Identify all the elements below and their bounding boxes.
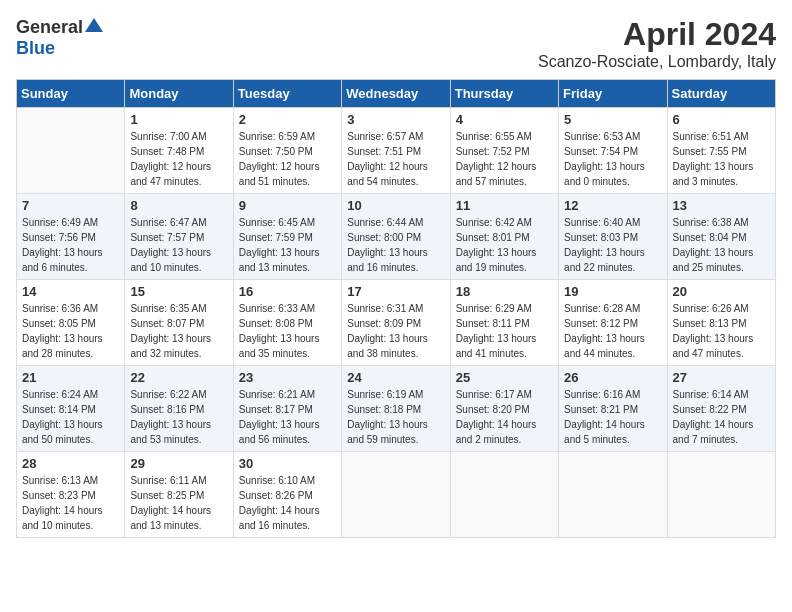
day-detail: Sunrise: 6:28 AMSunset: 8:12 PMDaylight:…	[564, 301, 661, 361]
day-detail: Sunrise: 6:40 AMSunset: 8:03 PMDaylight:…	[564, 215, 661, 275]
day-number: 26	[564, 370, 661, 385]
day-number: 3	[347, 112, 444, 127]
day-number: 13	[673, 198, 770, 213]
logo-general-text: General	[16, 17, 83, 38]
calendar-cell: 30Sunrise: 6:10 AMSunset: 8:26 PMDayligh…	[233, 452, 341, 538]
day-detail: Sunrise: 6:49 AMSunset: 7:56 PMDaylight:…	[22, 215, 119, 275]
calendar-cell: 22Sunrise: 6:22 AMSunset: 8:16 PMDayligh…	[125, 366, 233, 452]
day-number: 17	[347, 284, 444, 299]
calendar-cell	[667, 452, 775, 538]
day-detail: Sunrise: 6:31 AMSunset: 8:09 PMDaylight:…	[347, 301, 444, 361]
col-friday: Friday	[559, 80, 667, 108]
calendar-cell: 24Sunrise: 6:19 AMSunset: 8:18 PMDayligh…	[342, 366, 450, 452]
day-number: 16	[239, 284, 336, 299]
day-detail: Sunrise: 6:44 AMSunset: 8:00 PMDaylight:…	[347, 215, 444, 275]
day-number: 8	[130, 198, 227, 213]
day-number: 29	[130, 456, 227, 471]
page-title: April 2024	[538, 16, 776, 53]
day-detail: Sunrise: 6:17 AMSunset: 8:20 PMDaylight:…	[456, 387, 553, 447]
day-number: 7	[22, 198, 119, 213]
day-number: 18	[456, 284, 553, 299]
title-area: April 2024 Scanzo-Rosciate, Lombardy, It…	[538, 16, 776, 71]
day-detail: Sunrise: 6:19 AMSunset: 8:18 PMDaylight:…	[347, 387, 444, 447]
calendar-cell	[559, 452, 667, 538]
calendar-cell: 25Sunrise: 6:17 AMSunset: 8:20 PMDayligh…	[450, 366, 558, 452]
calendar-table: Sunday Monday Tuesday Wednesday Thursday…	[16, 79, 776, 538]
day-number: 21	[22, 370, 119, 385]
col-thursday: Thursday	[450, 80, 558, 108]
calendar-cell: 10Sunrise: 6:44 AMSunset: 8:00 PMDayligh…	[342, 194, 450, 280]
calendar-cell	[342, 452, 450, 538]
day-number: 25	[456, 370, 553, 385]
day-number: 27	[673, 370, 770, 385]
calendar-cell	[17, 108, 125, 194]
day-number: 1	[130, 112, 227, 127]
day-number: 23	[239, 370, 336, 385]
day-detail: Sunrise: 6:45 AMSunset: 7:59 PMDaylight:…	[239, 215, 336, 275]
day-detail: Sunrise: 6:38 AMSunset: 8:04 PMDaylight:…	[673, 215, 770, 275]
day-number: 28	[22, 456, 119, 471]
calendar-cell: 2Sunrise: 6:59 AMSunset: 7:50 PMDaylight…	[233, 108, 341, 194]
calendar-week-row: 21Sunrise: 6:24 AMSunset: 8:14 PMDayligh…	[17, 366, 776, 452]
col-saturday: Saturday	[667, 80, 775, 108]
calendar-cell: 26Sunrise: 6:16 AMSunset: 8:21 PMDayligh…	[559, 366, 667, 452]
calendar-cell: 21Sunrise: 6:24 AMSunset: 8:14 PMDayligh…	[17, 366, 125, 452]
day-detail: Sunrise: 6:51 AMSunset: 7:55 PMDaylight:…	[673, 129, 770, 189]
day-number: 12	[564, 198, 661, 213]
calendar-cell: 27Sunrise: 6:14 AMSunset: 8:22 PMDayligh…	[667, 366, 775, 452]
calendar-cell: 3Sunrise: 6:57 AMSunset: 7:51 PMDaylight…	[342, 108, 450, 194]
day-detail: Sunrise: 7:00 AMSunset: 7:48 PMDaylight:…	[130, 129, 227, 189]
calendar-cell: 15Sunrise: 6:35 AMSunset: 8:07 PMDayligh…	[125, 280, 233, 366]
calendar-cell: 7Sunrise: 6:49 AMSunset: 7:56 PMDaylight…	[17, 194, 125, 280]
day-detail: Sunrise: 6:59 AMSunset: 7:50 PMDaylight:…	[239, 129, 336, 189]
page-subtitle: Scanzo-Rosciate, Lombardy, Italy	[538, 53, 776, 71]
calendar-cell: 9Sunrise: 6:45 AMSunset: 7:59 PMDaylight…	[233, 194, 341, 280]
calendar-cell: 28Sunrise: 6:13 AMSunset: 8:23 PMDayligh…	[17, 452, 125, 538]
calendar-cell: 4Sunrise: 6:55 AMSunset: 7:52 PMDaylight…	[450, 108, 558, 194]
calendar-week-row: 14Sunrise: 6:36 AMSunset: 8:05 PMDayligh…	[17, 280, 776, 366]
calendar-week-row: 1Sunrise: 7:00 AMSunset: 7:48 PMDaylight…	[17, 108, 776, 194]
day-number: 30	[239, 456, 336, 471]
day-detail: Sunrise: 6:57 AMSunset: 7:51 PMDaylight:…	[347, 129, 444, 189]
day-detail: Sunrise: 6:36 AMSunset: 8:05 PMDaylight:…	[22, 301, 119, 361]
day-detail: Sunrise: 6:55 AMSunset: 7:52 PMDaylight:…	[456, 129, 553, 189]
calendar-cell: 23Sunrise: 6:21 AMSunset: 8:17 PMDayligh…	[233, 366, 341, 452]
day-number: 2	[239, 112, 336, 127]
svg-marker-0	[85, 18, 103, 32]
logo-blue-text: Blue	[16, 38, 55, 58]
day-number: 4	[456, 112, 553, 127]
day-detail: Sunrise: 6:22 AMSunset: 8:16 PMDaylight:…	[130, 387, 227, 447]
calendar-cell: 29Sunrise: 6:11 AMSunset: 8:25 PMDayligh…	[125, 452, 233, 538]
day-detail: Sunrise: 6:21 AMSunset: 8:17 PMDaylight:…	[239, 387, 336, 447]
calendar-cell: 11Sunrise: 6:42 AMSunset: 8:01 PMDayligh…	[450, 194, 558, 280]
col-wednesday: Wednesday	[342, 80, 450, 108]
calendar-cell: 8Sunrise: 6:47 AMSunset: 7:57 PMDaylight…	[125, 194, 233, 280]
day-detail: Sunrise: 6:10 AMSunset: 8:26 PMDaylight:…	[239, 473, 336, 533]
day-detail: Sunrise: 6:47 AMSunset: 7:57 PMDaylight:…	[130, 215, 227, 275]
day-number: 15	[130, 284, 227, 299]
calendar-cell: 1Sunrise: 7:00 AMSunset: 7:48 PMDaylight…	[125, 108, 233, 194]
logo-icon	[85, 16, 103, 34]
calendar-cell: 19Sunrise: 6:28 AMSunset: 8:12 PMDayligh…	[559, 280, 667, 366]
day-detail: Sunrise: 6:14 AMSunset: 8:22 PMDaylight:…	[673, 387, 770, 447]
day-number: 24	[347, 370, 444, 385]
day-number: 14	[22, 284, 119, 299]
day-number: 11	[456, 198, 553, 213]
logo: General Blue	[16, 16, 103, 59]
calendar-cell: 12Sunrise: 6:40 AMSunset: 8:03 PMDayligh…	[559, 194, 667, 280]
day-detail: Sunrise: 6:26 AMSunset: 8:13 PMDaylight:…	[673, 301, 770, 361]
calendar-header-row: Sunday Monday Tuesday Wednesday Thursday…	[17, 80, 776, 108]
day-detail: Sunrise: 6:29 AMSunset: 8:11 PMDaylight:…	[456, 301, 553, 361]
day-detail: Sunrise: 6:13 AMSunset: 8:23 PMDaylight:…	[22, 473, 119, 533]
day-number: 5	[564, 112, 661, 127]
col-monday: Monday	[125, 80, 233, 108]
day-detail: Sunrise: 6:16 AMSunset: 8:21 PMDaylight:…	[564, 387, 661, 447]
calendar-cell: 6Sunrise: 6:51 AMSunset: 7:55 PMDaylight…	[667, 108, 775, 194]
calendar-cell: 16Sunrise: 6:33 AMSunset: 8:08 PMDayligh…	[233, 280, 341, 366]
calendar-cell	[450, 452, 558, 538]
header: General Blue April 2024 Scanzo-Rosciate,…	[16, 16, 776, 71]
day-number: 9	[239, 198, 336, 213]
day-number: 19	[564, 284, 661, 299]
day-number: 6	[673, 112, 770, 127]
day-detail: Sunrise: 6:24 AMSunset: 8:14 PMDaylight:…	[22, 387, 119, 447]
